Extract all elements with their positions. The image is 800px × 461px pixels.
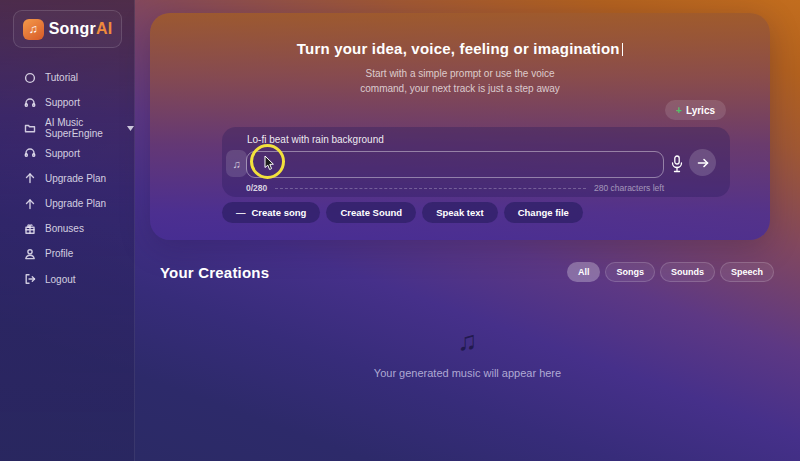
action-buttons: — Create song Create Sound Speak text Ch… [222,202,583,223]
arrow-up-icon [24,172,36,184]
prompt-input[interactable] [246,151,664,178]
creations-header: Your Creations All Songs Sounds Speech [160,262,774,282]
microphone-icon[interactable] [669,153,685,175]
sidebar-item-label: Tutorial [45,72,78,83]
sidebar-item-label: Logout [45,274,76,285]
filter-songs[interactable]: Songs [605,262,655,282]
change-file-label: Change file [518,207,569,218]
arrow-up-icon [24,198,36,210]
app-window: ♫ SongrAI Tutorial Support AI Music [0,0,800,461]
music-note-icon: ♫ [23,19,44,40]
chevron-down-icon [127,122,134,133]
brand-name: SongrAI [49,20,113,38]
filter-speech[interactable]: Speech [720,262,774,282]
subtitle-line-2: command, your next track is just a step … [150,81,770,96]
sidebar-item-upgrade-plan-2[interactable]: Upgrade Plan [0,191,134,216]
create-song-label: Create song [252,207,307,218]
lyrics-button[interactable]: + Lyrics [665,100,726,120]
sidebar-item-label: Support [45,148,80,159]
folder-icon [24,122,36,134]
logout-icon [24,273,36,285]
sidebar-item-label: Profile [45,248,73,259]
brand-accent: AI [96,20,112,37]
plus-icon: + [676,105,682,116]
circle-icon [24,72,36,84]
create-sound-button[interactable]: Create Sound [326,202,416,223]
sidebar-item-support-2[interactable]: Support [0,141,134,166]
music-note-icon: ♫ [135,326,800,356]
chars-left-label: 280 characters left [594,183,664,193]
brand-primary: Songr [49,20,96,37]
create-sound-label: Create Sound [340,207,402,218]
sidebar-item-profile[interactable]: Profile [0,241,134,266]
sidebar-nav: Tutorial Support AI Music SuperEngine [0,65,134,292]
sidebar-item-tutorial[interactable]: Tutorial [0,65,134,90]
sidebar-item-logout[interactable]: Logout [0,267,134,292]
app-logo[interactable]: ♫ SongrAI [13,10,122,48]
gift-icon [24,223,36,235]
sidebar-item-upgrade-plan[interactable]: Upgrade Plan [0,166,134,191]
char-counter: 0/280 [246,183,267,193]
sidebar-item-label: AI Music SuperEngine [45,117,114,139]
creations-filters: All Songs Sounds Speech [567,262,774,282]
prompt-label: Lo-fi beat with rain background [247,134,384,145]
headset-icon [24,97,36,109]
sidebar-item-label: Support [45,97,80,108]
page-subtitle: Start with a simple prompt or use the vo… [150,66,770,96]
counter-divider [275,188,586,189]
sidebar-item-label: Upgrade Plan [45,173,106,184]
text-cursor [622,43,624,56]
hero-card: Turn your idea, voice, feeling or imagin… [150,13,770,240]
empty-state: ♫ Your generated music will appear here [135,326,800,379]
sidebar-item-label: Upgrade Plan [45,198,106,209]
sidebar-item-label: Bonuses [45,223,84,234]
change-file-button[interactable]: Change file [504,202,583,223]
user-icon [24,248,36,260]
headset-icon [24,147,36,159]
sidebar: ♫ SongrAI Tutorial Support AI Music [0,0,135,461]
sidebar-item-support[interactable]: Support [0,90,134,115]
subtitle-line-1: Start with a simple prompt or use the vo… [150,66,770,81]
lyrics-button-label: Lyrics [686,105,715,116]
creations-title: Your Creations [160,264,269,281]
sidebar-item-ai-music-superengine[interactable]: AI Music SuperEngine [0,115,134,140]
page-title-text: Turn your idea, voice, feeling or imagin… [297,40,620,57]
create-song-button[interactable]: — Create song [222,202,320,223]
music-note-icon[interactable]: ♫ [226,150,247,177]
send-button[interactable] [689,149,716,176]
page-title: Turn your idea, voice, feeling or imagin… [150,40,770,57]
speak-text-label: Speak text [436,207,484,218]
filter-sounds[interactable]: Sounds [660,262,715,282]
minus-icon: — [236,207,246,218]
empty-state-message: Your generated music will appear here [135,367,800,379]
prompt-composer: Lo-fi beat with rain background ♫ 0/280 … [222,127,730,197]
filter-all[interactable]: All [567,262,601,282]
character-counter-row: 0/280 280 characters left [246,183,664,193]
speak-text-button[interactable]: Speak text [422,202,498,223]
sidebar-item-bonuses[interactable]: Bonuses [0,216,134,241]
